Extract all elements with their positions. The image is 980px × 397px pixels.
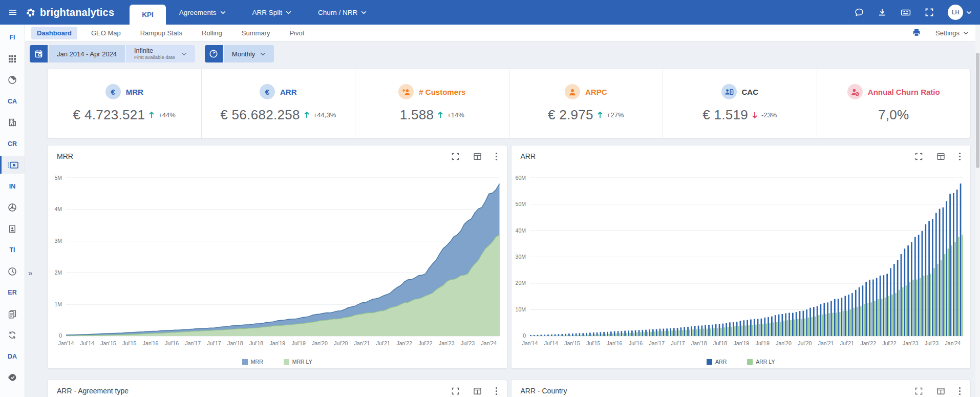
expand-icon[interactable]: [914, 387, 923, 395]
svg-text:0: 0: [59, 333, 62, 339]
sidebar-item-documents[interactable]: [0, 305, 25, 323]
svg-text:Jul'14: Jul'14: [544, 341, 558, 346]
svg-text:Jan'17: Jan'17: [649, 341, 665, 346]
legend-item-mrr-ly[interactable]: MRR LY: [284, 359, 312, 365]
kpi-value-row: 7,0%: [878, 107, 909, 123]
keyboard-icon[interactable]: [901, 8, 911, 17]
mrr-area-chart: 5M4M3M2M1M0Jan'14Jul'14Jan'15Jul'15Jan'1…: [48, 167, 507, 356]
legend-item-arr[interactable]: ARR: [707, 359, 727, 365]
avatar[interactable]: LH: [948, 5, 963, 20]
date-filter-group: Jan 2014 - Apr 2024 Infinite First avail…: [30, 45, 195, 62]
sidebar-item-building[interactable]: [0, 114, 25, 131]
granularity-dropdown[interactable]: Monthly: [224, 45, 274, 62]
expand-icon[interactable]: [451, 152, 460, 161]
fullscreen-icon[interactable]: [925, 8, 934, 17]
top-tab-arr-split[interactable]: ARR Split: [239, 0, 305, 25]
subnav-tab-rolling[interactable]: Rolling: [196, 27, 228, 39]
bottom-charts-row: ARR - Agreement type ARR - Country: [47, 380, 971, 397]
calendar-search-button[interactable]: [30, 45, 48, 62]
top-tab-agreements[interactable]: Agreements: [166, 0, 239, 25]
kpi-label: # Customers: [419, 88, 465, 96]
subnav-tab-geo-map[interactable]: GEO Map: [86, 27, 126, 39]
euro-icon: €: [105, 84, 121, 99]
logo[interactable]: brightanalytics: [26, 7, 114, 18]
svg-text:Jan'16: Jan'16: [143, 341, 159, 346]
sidebar-item-clock[interactable]: [0, 263, 25, 280]
sidebar-item-globe[interactable]: [0, 71, 25, 89]
kebab-menu-icon[interactable]: [958, 387, 961, 395]
chevron-down-icon: [963, 31, 969, 35]
table-view-icon[interactable]: [473, 387, 482, 395]
kpi-delta: +44,3%: [313, 111, 336, 119]
legend-item-mrr[interactable]: MRR: [242, 359, 263, 365]
kebab-menu-icon[interactable]: [958, 152, 961, 161]
chart-actions: [914, 152, 961, 161]
date-preset-dropdown[interactable]: Infinite First available date: [126, 45, 195, 62]
table-view-icon[interactable]: [473, 152, 482, 161]
kpi-header: CAC: [721, 84, 759, 99]
expand-icon[interactable]: [451, 387, 460, 395]
time-granularity-button[interactable]: [205, 45, 223, 62]
scrollbar-thumb[interactable]: [976, 53, 979, 168]
kebab-menu-icon[interactable]: [495, 387, 498, 395]
svg-text:Jul'20: Jul'20: [798, 341, 812, 346]
sidebar-item-banknote[interactable]: [0, 156, 25, 174]
sidebar-item-in[interactable]: IN: [0, 178, 25, 195]
subnav-tab-summary[interactable]: Summary: [236, 27, 276, 39]
legend-item-arr-ly[interactable]: ARR LY: [747, 359, 775, 365]
kpi-card-arpc: ARPC € 2.975 +27%: [509, 69, 664, 138]
granularity-label: Monthly: [232, 50, 255, 58]
date-range-chip[interactable]: Jan 2014 - Apr 2024: [49, 45, 125, 62]
arr-chart-card: ARR 60M50M40M30M20M10M0Jan'14Jul'14Jan'1…: [511, 145, 971, 369]
top-tab-churn-nrr[interactable]: Churn / NRR: [305, 0, 380, 25]
svg-text:Jan'23: Jan'23: [439, 341, 455, 346]
sidebar-item-ca[interactable]: CA: [0, 93, 25, 110]
chart-title: ARR - Agreement type: [57, 387, 129, 395]
settings-button[interactable]: Settings: [935, 29, 969, 37]
kpi-label: Annual Churn Ratio: [868, 88, 940, 96]
euro-icon: €: [260, 84, 275, 99]
subnav-tab-dashboard[interactable]: Dashboard: [31, 27, 77, 39]
menu-icon[interactable]: [8, 8, 17, 17]
arrow-up-icon: [148, 111, 155, 119]
subnav-tab-rampup-stats[interactable]: Rampup Stats: [135, 27, 188, 39]
sidebar-item-er[interactable]: ER: [0, 284, 25, 301]
sidebar-item-document-person[interactable]: [0, 220, 25, 238]
chart-title: ARR: [521, 152, 536, 160]
sidebar-expand-icon[interactable]: »: [28, 268, 32, 277]
sidebar-item-da[interactable]: DA: [0, 348, 25, 365]
sidebar-item-cr[interactable]: CR: [0, 135, 25, 153]
sidebar-item-sync[interactable]: [0, 326, 25, 344]
sidebar-item-check-circle[interactable]: [0, 369, 25, 386]
svg-text:50M: 50M: [515, 201, 525, 207]
chevron-down-icon: [361, 11, 367, 14]
expand-icon[interactable]: [914, 152, 923, 161]
legend-swatch: [242, 359, 248, 365]
kpi-value: € 1.519: [702, 107, 748, 123]
table-view-icon[interactable]: [936, 152, 945, 161]
svg-text:Jul'15: Jul'15: [586, 341, 600, 346]
subnav-tab-pivot[interactable]: Pivot: [284, 27, 310, 39]
sidebar-item-grid[interactable]: [0, 50, 25, 68]
svg-text:Jul'17: Jul'17: [671, 341, 685, 346]
table-view-icon[interactable]: [936, 387, 945, 395]
sidebar-item-fi[interactable]: FI: [0, 29, 25, 46]
printer-icon[interactable]: [912, 28, 921, 37]
svg-text:Jul'16: Jul'16: [628, 341, 642, 346]
sidebar-item-label: CR: [8, 140, 17, 148]
download-icon[interactable]: [878, 8, 887, 17]
sidebar-item-wheel[interactable]: [0, 199, 25, 216]
preset-title: Infinite: [134, 47, 175, 54]
kpi-value: 7,0%: [878, 107, 909, 123]
chart-header: MRR: [48, 145, 507, 167]
arr-agreement-type-card: ARR - Agreement type: [47, 380, 507, 397]
kpi-card-arr: € ARR € 56.682.258 +44,3%: [202, 69, 356, 138]
kebab-menu-icon[interactable]: [495, 152, 498, 161]
user-menu[interactable]: LH: [948, 5, 972, 20]
svg-text:Jan'22: Jan'22: [396, 341, 412, 346]
top-tab-kpi[interactable]: KPI: [130, 5, 166, 25]
comment-icon[interactable]: [855, 8, 864, 17]
chevron-down-icon: [220, 11, 226, 14]
scrollbar[interactable]: [975, 25, 980, 397]
sidebar-item-ti[interactable]: TI: [0, 241, 25, 259]
